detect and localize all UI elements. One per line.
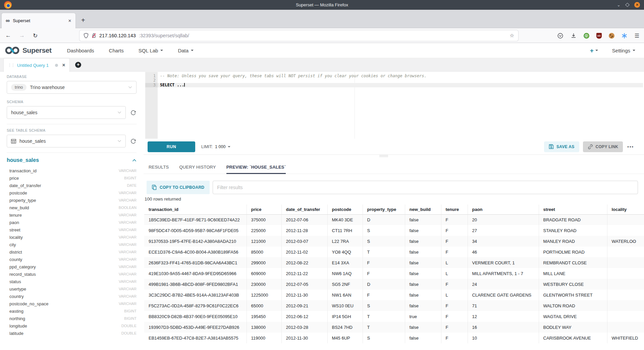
table-cell: S bbox=[363, 236, 405, 247]
nav-item-data[interactable]: Data bbox=[178, 48, 194, 53]
schema-column-property-type[interactable]: property_typeVARCHAR bbox=[7, 196, 137, 204]
settings-menu[interactable]: Settings bbox=[612, 48, 635, 53]
editor-line-1[interactable]: 1-- Note: Unless you save your query, th… bbox=[145, 74, 643, 78]
column-name: city bbox=[9, 242, 16, 247]
schema-column-locality[interactable]: localityVARCHAR bbox=[7, 233, 137, 241]
insecure-lock-icon[interactable] bbox=[92, 33, 96, 38]
table-title[interactable]: house_sales bbox=[7, 157, 39, 163]
schema-column-postcode-no-space[interactable]: postcode_no_spaceVARCHAR bbox=[7, 300, 137, 307]
table-cell: S bbox=[363, 300, 405, 311]
copy-icon bbox=[152, 185, 157, 190]
window-close-icon[interactable]: ✕ bbox=[634, 2, 640, 8]
cookie-extension-icon[interactable] bbox=[609, 33, 614, 39]
table-cell: 2012-11-22 bbox=[281, 268, 327, 279]
browser-menu-icon[interactable]: ☰ bbox=[635, 33, 639, 39]
table-cell: F bbox=[441, 225, 468, 236]
nav-item-sql-lab[interactable]: SQL Lab bbox=[139, 48, 163, 53]
sql-editor[interactable]: 1-- Note: Unless you save your query, th… bbox=[145, 72, 643, 139]
nav-item-dashboards[interactable]: Dashboards bbox=[67, 48, 94, 53]
schema-column-date-of-transfer[interactable]: date_of_transferDATE bbox=[7, 182, 137, 189]
bookmark-star-icon[interactable]: ☆ bbox=[510, 33, 514, 39]
run-button[interactable]: RUN bbox=[148, 141, 195, 152]
schema-column-country[interactable]: countryVARCHAR bbox=[7, 293, 137, 300]
table-cell: 419E1030-9A55-4467-8DA9-9FED95D65966 bbox=[144, 268, 247, 279]
maximize-icon[interactable] bbox=[625, 3, 630, 7]
navbar-add-button[interactable]: + bbox=[590, 47, 598, 54]
schema-column-city[interactable]: cityVARCHAR bbox=[7, 241, 137, 248]
extension-asterisk-icon[interactable] bbox=[622, 33, 628, 39]
column-header-price[interactable]: price bbox=[247, 205, 281, 214]
superset-brand[interactable]: Superset bbox=[5, 46, 52, 55]
schema-column-price[interactable]: priceBIGINT bbox=[7, 174, 137, 182]
editor-line-3[interactable]: 3SELECT ... bbox=[145, 83, 643, 87]
copy-link-button[interactable]: COPY LINK bbox=[583, 141, 623, 152]
schema-column-tenure[interactable]: tenureVARCHAR bbox=[7, 211, 137, 219]
query-tab-active[interactable]: ⋮⋮ Untitled Query 1 ✕ bbox=[3, 58, 70, 72]
table-cell: SG5 2NF bbox=[327, 279, 363, 290]
reload-button[interactable]: ↻ bbox=[33, 32, 38, 39]
column-header-street[interactable]: street bbox=[539, 205, 607, 214]
column-header-postcode[interactable]: postcode bbox=[327, 205, 363, 214]
table-cell: 65000 bbox=[247, 300, 281, 311]
link-icon bbox=[588, 144, 593, 149]
schema-column-northing[interactable]: northingBIGINT bbox=[7, 315, 137, 322]
schema-column-longitude[interactable]: longitudeDOUBLE bbox=[7, 322, 137, 330]
schema-column-ppd-category[interactable]: ppd_categoryVARCHAR bbox=[7, 263, 137, 270]
column-header-paon[interactable]: paon bbox=[468, 205, 539, 214]
schema-column-postcode[interactable]: postcodeVARCHAR bbox=[7, 189, 137, 196]
column-header-new-build[interactable]: new_build bbox=[405, 205, 441, 214]
url-bar[interactable]: 217.160.120.143:32393/superset/sqllab/ ☆ bbox=[79, 30, 518, 41]
table-schema-select[interactable]: house_sales bbox=[7, 135, 126, 147]
save-as-button[interactable]: SAVE AS bbox=[544, 141, 579, 152]
schema-column-status[interactable]: statusVARCHAR bbox=[7, 278, 137, 285]
column-header-locality[interactable]: locality bbox=[607, 205, 644, 214]
filter-results-input[interactable] bbox=[213, 181, 638, 194]
add-query-tab-button[interactable]: + bbox=[75, 62, 81, 68]
editor-line-2[interactable]: 2 bbox=[145, 78, 643, 83]
browser-tab[interactable]: ∞ Superset ✕ bbox=[2, 13, 75, 28]
column-header-property-type[interactable]: property_type bbox=[363, 205, 405, 214]
schema-column-county[interactable]: countyVARCHAR bbox=[7, 256, 137, 263]
nav-item-charts[interactable]: Charts bbox=[109, 48, 124, 53]
download-icon[interactable] bbox=[571, 33, 577, 39]
query-tab-close-icon[interactable]: ✕ bbox=[62, 63, 65, 68]
extension-green-icon[interactable]: Ⓥ bbox=[584, 33, 589, 39]
database-select[interactable]: trino Trino warehouse bbox=[7, 81, 137, 94]
schema-column-transaction-id[interactable]: transaction_idVARCHAR bbox=[7, 167, 137, 174]
refresh-schema-icon[interactable] bbox=[130, 110, 137, 116]
column-header-tenure[interactable]: tenure bbox=[441, 205, 468, 214]
panel-resize-handle[interactable] bbox=[379, 155, 388, 158]
schema-column-record-status[interactable]: record_statusVARCHAR bbox=[7, 270, 137, 278]
schema-column-street[interactable]: streetVARCHAR bbox=[7, 226, 137, 233]
schema-column-latitude[interactable]: latitudeDOUBLE bbox=[7, 330, 137, 337]
schema-column-district[interactable]: districtVARCHAR bbox=[7, 248, 137, 256]
back-button[interactable]: ← bbox=[5, 32, 11, 39]
new-tab-button[interactable]: + bbox=[81, 17, 85, 24]
schema-column-paon[interactable]: paonVARCHAR bbox=[7, 219, 137, 226]
shield-icon[interactable] bbox=[84, 33, 89, 38]
schema-column-easting[interactable]: eastingBIGINT bbox=[7, 307, 137, 315]
results-tab-results[interactable]: RESULTS bbox=[149, 165, 169, 174]
table-cell: WS10 0EU bbox=[327, 300, 363, 311]
refresh-tables-icon[interactable] bbox=[130, 138, 137, 144]
copy-to-clipboard-button[interactable]: COPY TO CLIPBOARD bbox=[147, 181, 210, 194]
limit-control[interactable]: LIMIT: 1 000 bbox=[201, 144, 230, 149]
column-name: county bbox=[9, 257, 22, 262]
schema-column-usertype[interactable]: usertypeVARCHAR bbox=[7, 285, 137, 293]
table-cell: D bbox=[363, 214, 405, 225]
collapse-table-icon[interactable] bbox=[132, 159, 137, 162]
tab-close-icon[interactable]: ✕ bbox=[68, 18, 71, 23]
drag-handle-icon[interactable]: ⋮⋮ bbox=[8, 63, 14, 68]
column-header-transaction-id[interactable]: transaction_id bbox=[144, 205, 247, 214]
ublock-shield-icon[interactable]: UO bbox=[596, 33, 602, 39]
results-tab-query-history[interactable]: QUERY HISTORY bbox=[179, 165, 216, 174]
minimize-icon[interactable]: ⌄ bbox=[617, 2, 621, 7]
brand-name: Superset bbox=[22, 46, 52, 54]
forward-button[interactable]: → bbox=[19, 32, 25, 39]
results-tab-preview-house-sales[interactable]: PREVIEW: `HOUSE_SALES` bbox=[226, 165, 286, 174]
more-options-button[interactable]: ••• bbox=[627, 144, 634, 149]
schema-select[interactable]: house_sales bbox=[7, 106, 126, 119]
column-header-date-of-transfer[interactable]: date_of_transfer bbox=[281, 205, 327, 214]
schema-column-new-build[interactable]: new_buildBOOLEAN bbox=[7, 204, 137, 211]
pocket-icon[interactable] bbox=[557, 33, 564, 39]
